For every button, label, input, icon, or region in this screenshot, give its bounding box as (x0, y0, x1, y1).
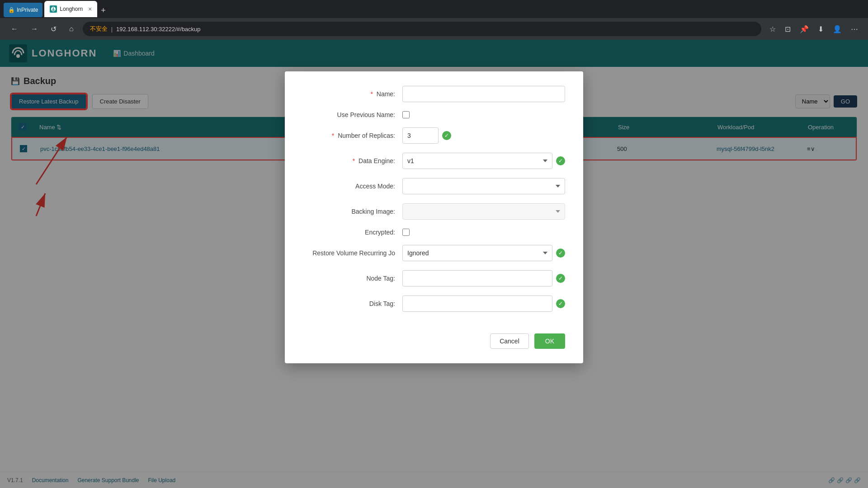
disk-tag-valid-icon: ✓ (556, 299, 565, 308)
modal-footer: Cancel OK (303, 326, 565, 349)
disk-tag-input[interactable] (402, 296, 552, 312)
restore-recurring-valid-icon: ✓ (556, 249, 565, 258)
restore-recurring-wrapper: Ignored ✓ (402, 245, 565, 261)
data-engine-valid-icon: ✓ (556, 156, 565, 165)
backing-image-label: Backing Image: (303, 208, 402, 215)
encrypted-label: Encrypted: (303, 229, 402, 236)
menu-icon[interactable]: ⋯ (848, 23, 861, 35)
encrypted-wrapper (402, 229, 565, 236)
use-previous-name-row: Use Previous Name: (303, 111, 565, 118)
replicas-valid-icon: ✓ (442, 131, 451, 140)
modal-overlay: * Name: Use Previous Name: * Number of R… (0, 40, 868, 488)
browser-toolbar: ☆ ⊡ 📌 ⬇ 👤 ⋯ (767, 23, 861, 35)
disk-tag-label: Disk Tag: (303, 300, 402, 307)
backing-image-select[interactable] (402, 203, 565, 220)
inprivate-badge: 🔒 InPrivate (4, 3, 42, 17)
address-input[interactable]: 不安全 | 192.168.112.30:32222/#/backup (83, 22, 761, 36)
name-label: * Name: (303, 90, 402, 98)
restore-recurring-select[interactable]: Ignored (402, 245, 552, 261)
use-previous-name-label: Use Previous Name: (303, 111, 402, 118)
forward-button[interactable]: → (27, 23, 42, 35)
use-previous-name-checkbox[interactable] (402, 111, 410, 118)
replicas-wrapper: ✓ (402, 127, 565, 144)
tab-title: Longhorn (60, 6, 83, 12)
tab-bar: 🔒 InPrivate Longhorn × + (4, 1, 108, 17)
browser-chrome: 🔒 InPrivate Longhorn × + (0, 0, 868, 18)
node-tag-input[interactable] (402, 270, 552, 286)
back-button[interactable]: ← (7, 23, 22, 35)
address-text: 192.168.112.30:32222/#/backup (116, 26, 201, 33)
encrypted-row: Encrypted: (303, 229, 565, 236)
profile-icon[interactable]: 👤 (830, 23, 844, 35)
backing-image-row: Backing Image: (303, 203, 565, 220)
use-previous-name-wrapper (402, 111, 565, 118)
access-mode-row: Access Mode: (303, 178, 565, 194)
active-tab[interactable]: Longhorn × (44, 1, 97, 17)
encrypted-checkbox[interactable] (402, 229, 410, 236)
replicas-row: * Number of Replicas: ✓ (303, 127, 565, 144)
replicas-label: * Number of Replicas: (303, 132, 402, 139)
node-tag-wrapper: ✓ (402, 270, 565, 286)
access-mode-wrapper (402, 178, 565, 194)
tab-favicon (50, 5, 57, 13)
node-tag-valid-icon: ✓ (556, 274, 565, 283)
download-icon[interactable]: ⬇ (815, 23, 826, 35)
node-tag-label: Node Tag: (303, 275, 402, 282)
access-mode-select[interactable] (402, 178, 565, 194)
name-row: * Name: (303, 86, 565, 102)
security-warning: 不安全 (90, 25, 108, 33)
cancel-button[interactable]: Cancel (490, 333, 529, 349)
split-icon[interactable]: ⊡ (782, 23, 793, 35)
access-mode-label: Access Mode: (303, 183, 402, 190)
favorites-icon[interactable]: ☆ (767, 23, 778, 35)
home-button[interactable]: ⌂ (66, 23, 77, 35)
tab-close-btn[interactable]: × (88, 5, 92, 13)
replicas-input[interactable] (402, 127, 439, 144)
restore-recurring-label: Restore Volume Recurring Jo (303, 249, 402, 257)
data-engine-row: * Data Engine: v1 ✓ (303, 153, 565, 169)
disk-tag-row: Disk Tag: ✓ (303, 296, 565, 312)
pin-icon[interactable]: 📌 (797, 23, 811, 35)
new-tab-button[interactable]: + (99, 4, 108, 17)
refresh-button[interactable]: ↺ (47, 23, 60, 35)
data-engine-wrapper: v1 ✓ (402, 153, 565, 169)
restore-modal: * Name: Use Previous Name: * Number of R… (285, 71, 583, 363)
node-tag-row: Node Tag: ✓ (303, 270, 565, 286)
name-input-wrapper (402, 86, 565, 102)
disk-tag-wrapper: ✓ (402, 296, 565, 312)
backing-image-wrapper (402, 203, 565, 220)
ok-button[interactable]: OK (534, 333, 565, 349)
data-engine-select[interactable]: v1 (402, 153, 552, 169)
name-input[interactable] (402, 86, 565, 102)
data-engine-label: * Data Engine: (303, 157, 402, 164)
app: LONGHORN 📊 Dashboard 💾 Backup Restore La… (0, 40, 868, 488)
inprivate-icon: 🔒 (8, 7, 15, 13)
address-bar: ← → ↺ ⌂ 不安全 | 192.168.112.30:32222/#/bac… (0, 18, 868, 40)
restore-recurring-row: Restore Volume Recurring Jo Ignored ✓ (303, 245, 565, 261)
